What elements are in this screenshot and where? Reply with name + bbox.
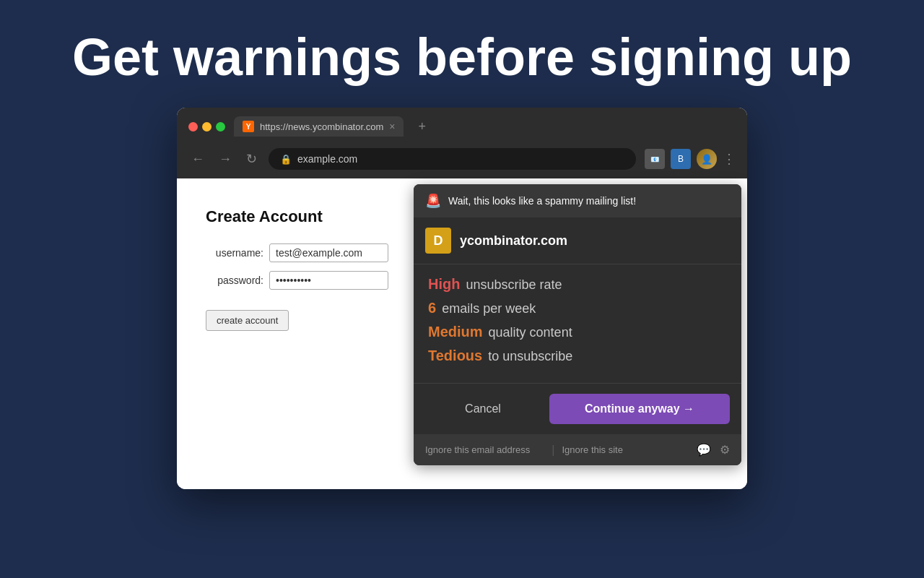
stat-row-tedious: Tedious to unsubscribe [428, 348, 727, 364]
popup-header: 🚨 Wait, this looks like a spammy mailing… [414, 184, 741, 217]
tab-close-icon[interactable]: × [389, 121, 395, 132]
ignore-site-link[interactable]: Ignore this site [562, 444, 623, 455]
menu-dots-icon[interactable]: ⋮ [723, 151, 736, 167]
popup-site-row: D ycombinator.com [414, 217, 741, 264]
browser-content: Create Account username: password: creat… [177, 178, 747, 489]
create-account-button[interactable]: create account [206, 310, 289, 331]
back-button[interactable]: ← [188, 152, 207, 167]
tab-url: https://news.ycombinator.com [260, 121, 383, 132]
forward-button[interactable]: → [216, 152, 235, 167]
stat-quality-text: quality content [489, 325, 572, 340]
toolbar-icons: 📧 B 👤 ⋮ [645, 149, 736, 169]
browser-toolbar: ← → ↻ 🔒 example.com 📧 B 👤 ⋮ [177, 142, 747, 178]
popup-footer: Ignore this email address | Ignore this … [414, 434, 741, 465]
stat-row-quality: Medium quality content [428, 324, 727, 340]
tab-favicon: Y [243, 121, 254, 132]
user-avatar[interactable]: 👤 [697, 149, 717, 169]
address-bar[interactable]: 🔒 example.com [269, 148, 636, 170]
popup-stats: High unsubscribe rate 6 emails per week … [414, 264, 741, 383]
warning-popup: 🚨 Wait, this looks like a spammy mailing… [414, 184, 741, 465]
site-favicon: D [425, 228, 451, 254]
close-traffic-light[interactable] [188, 122, 198, 131]
extension-icon-1[interactable]: 📧 [645, 149, 665, 169]
browser-window: Y https://news.ycombinator.com × + ← → ↻… [177, 108, 747, 489]
password-input[interactable] [269, 271, 388, 290]
stat-high-label: High [428, 276, 460, 293]
site-name: ycombinator.com [460, 233, 567, 249]
ignore-email-link[interactable]: Ignore this email address [425, 444, 530, 455]
traffic-lights [188, 122, 225, 131]
stat-row-emails: 6 emails per week [428, 300, 727, 316]
stat-medium-label: Medium [428, 324, 483, 340]
stat-tedious-text: to unsubscribe [488, 349, 572, 364]
footer-icons: 💬 ⚙ [697, 443, 730, 457]
extension-icon-2[interactable]: B [671, 149, 691, 169]
stat-tedious-label: Tedious [428, 348, 482, 364]
username-label: username: [206, 247, 263, 259]
stat-row-unsubscribe: High unsubscribe rate [428, 276, 727, 293]
chat-icon[interactable]: 💬 [697, 443, 711, 457]
browser-chrome: Y https://news.ycombinator.com × + ← → ↻… [177, 108, 747, 178]
username-input[interactable] [269, 243, 388, 262]
cancel-button[interactable]: Cancel [425, 395, 541, 423]
popup-overlay: 🚨 Wait, this looks like a spammy mailing… [408, 178, 747, 489]
settings-icon[interactable]: ⚙ [720, 443, 730, 457]
stat-high-text: unsubscribe rate [466, 277, 562, 293]
minimize-traffic-light[interactable] [202, 122, 212, 131]
popup-header-text: Wait, this looks like a spammy mailing l… [448, 195, 636, 207]
maximize-traffic-light[interactable] [216, 122, 225, 131]
lock-icon: 🔒 [280, 154, 292, 165]
continue-anyway-button[interactable]: Continue anyway → [549, 394, 730, 424]
new-tab-button[interactable]: + [418, 119, 426, 134]
password-label: password: [206, 275, 263, 286]
stat-emails-label: 6 [428, 300, 436, 316]
popup-actions: Cancel Continue anyway → [414, 383, 741, 434]
refresh-button[interactable]: ↻ [243, 151, 260, 167]
warning-icon: 🚨 [425, 193, 441, 209]
browser-tab[interactable]: Y https://news.ycombinator.com × [234, 116, 404, 137]
browser-titlebar: Y https://news.ycombinator.com × + [177, 108, 747, 142]
address-text: example.com [297, 153, 357, 165]
stat-emails-text: emails per week [442, 301, 536, 316]
page-heading: Get warnings before signing up [29, 0, 895, 108]
